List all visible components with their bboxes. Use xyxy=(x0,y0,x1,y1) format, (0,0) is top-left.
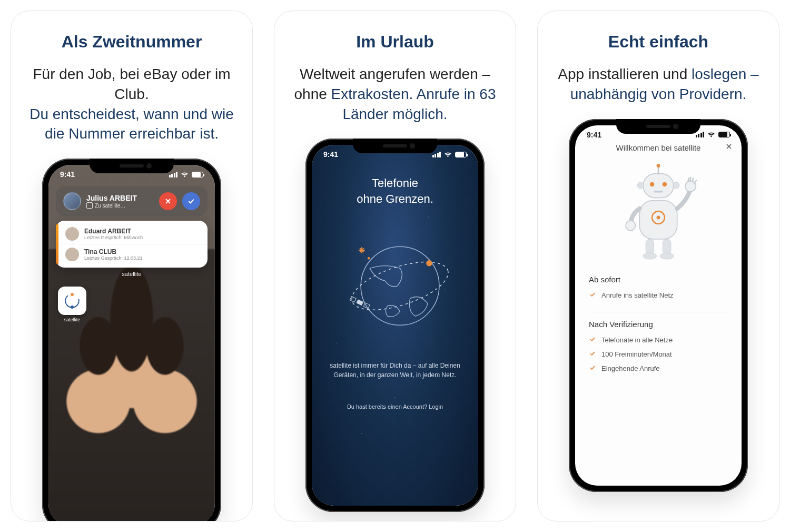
svg-point-5 xyxy=(426,260,432,266)
screenshot-card-3: Echt einfach App installieren und losleg… xyxy=(537,11,779,521)
caller-avatar xyxy=(63,192,81,210)
svg-point-17 xyxy=(650,182,655,186)
card-description: Weltweit angerufen werden – ohne Extrako… xyxy=(287,64,503,124)
svg-point-30 xyxy=(660,253,674,259)
incoming-call-banner[interactable]: Julius ARBEIT Zu satellite… xyxy=(56,186,208,216)
check-icon xyxy=(589,336,596,344)
signal-icon xyxy=(432,152,441,157)
card-title: Als Zweitnummer xyxy=(62,32,202,52)
phone-mockup: 9:41 Telefonie ohne Grenzen. xyxy=(305,139,485,511)
recent-call-row[interactable]: Tina CLUB Letztes Gespräch: 12.03.21 xyxy=(56,244,208,264)
desc-plain: Für den Job, bei eBay oder im Club. xyxy=(33,66,230,102)
svg-point-3 xyxy=(361,247,439,325)
check-icon xyxy=(187,197,195,205)
widget-label: satellite xyxy=(48,271,215,277)
contact-avatar xyxy=(65,248,79,261)
svg-point-13 xyxy=(368,257,370,260)
svg-rect-22 xyxy=(639,200,677,239)
feature-row: Telefonate in alle Netze xyxy=(589,333,728,347)
status-time: 9:41 xyxy=(323,150,338,159)
phone-notch xyxy=(90,159,174,173)
check-icon xyxy=(589,350,596,359)
satellite-logo-icon xyxy=(63,292,81,310)
svg-rect-27 xyxy=(646,239,654,254)
feature-section-heading: Nach Verifizierung xyxy=(589,312,728,329)
caller-name: Julius ARBEIT xyxy=(86,194,154,202)
svg-point-4 xyxy=(347,252,450,320)
status-time: 9:41 xyxy=(60,170,75,179)
recent-calls-widget[interactable]: Eduard ARBEIT Letztes Gespräch: Mittwoch… xyxy=(56,221,208,268)
wifi-icon xyxy=(444,152,452,157)
recent-call-row[interactable]: Eduard ARBEIT Letztes Gespräch: Mittwoch xyxy=(56,224,208,244)
decline-call-button[interactable] xyxy=(159,192,177,210)
battery-icon xyxy=(192,172,203,178)
card-title: Echt einfach xyxy=(608,32,708,52)
card-description: App installieren und loslegen – unabhäng… xyxy=(550,64,766,104)
screenshot-card-2: Im Urlaub Weltweit angerufen werden – oh… xyxy=(274,11,516,521)
card-title: Im Urlaub xyxy=(356,32,434,52)
check-icon xyxy=(589,291,596,300)
contact-name: Tina CLUB xyxy=(84,248,143,255)
contact-subtitle: Letztes Gespräch: Mittwoch xyxy=(84,235,143,240)
contact-avatar xyxy=(65,227,79,241)
svg-point-18 xyxy=(663,182,667,186)
feature-row: Eingehende Anrufe xyxy=(589,361,728,376)
svg-rect-7 xyxy=(350,297,356,302)
feature-label: Eingehende Anrufe xyxy=(601,364,660,372)
screenshot-card-1: Als Zweitnummer Für den Job, bei eBay od… xyxy=(11,11,253,521)
svg-point-29 xyxy=(643,253,657,259)
globe-illustration xyxy=(312,228,478,339)
satellite-app-icon[interactable] xyxy=(58,287,86,315)
feature-label: Telefonate in alle Netze xyxy=(601,336,673,344)
onboarding-title: Telefonie ohne Grenzen. xyxy=(312,175,478,206)
welcome-header: Willkommen bei satellite xyxy=(575,141,742,157)
check-icon xyxy=(589,364,596,373)
feature-row: Anrufe ins satellite Netz xyxy=(589,288,728,302)
svg-point-2 xyxy=(71,306,74,309)
feature-row: 100 Freiminuten/Monat xyxy=(589,347,728,361)
svg-rect-28 xyxy=(663,239,671,254)
desc-plain: App installieren und xyxy=(558,66,687,82)
feature-section-heading: Ab sofort xyxy=(589,275,728,284)
onboarding-description: satellite ist immer für Dich da – auf al… xyxy=(312,361,478,380)
phone-notch xyxy=(616,119,700,134)
svg-rect-19 xyxy=(654,191,663,192)
wifi-icon xyxy=(707,132,715,137)
svg-rect-8 xyxy=(363,303,370,309)
wifi-icon xyxy=(181,172,189,178)
svg-point-26 xyxy=(626,221,636,231)
battery-icon xyxy=(718,132,730,137)
svg-point-21 xyxy=(673,182,679,188)
battery-icon xyxy=(455,152,467,157)
app-icon-label: satellite xyxy=(58,317,86,322)
card-description: Für den Job, bei eBay oder im Club. Du e… xyxy=(24,64,240,144)
contact-name: Eduard ARBEIT xyxy=(84,228,143,235)
contact-subtitle: Letztes Gespräch: 12.03.21 xyxy=(84,255,143,261)
status-time: 9:41 xyxy=(587,131,601,139)
feature-label: 100 Freiminuten/Monat xyxy=(601,350,672,358)
feature-label: Anrufe ins satellite Netz xyxy=(601,291,674,299)
welcome-title: Willkommen bei satellite xyxy=(616,143,701,152)
close-icon xyxy=(164,197,172,205)
login-link[interactable]: Du hast bereits einen Account? Login xyxy=(312,403,478,410)
phone-notch xyxy=(353,139,437,153)
svg-rect-16 xyxy=(643,173,674,198)
accept-call-button[interactable] xyxy=(182,192,200,210)
svg-point-20 xyxy=(637,182,644,188)
close-icon xyxy=(725,142,733,151)
svg-point-15 xyxy=(657,164,660,168)
status-icons xyxy=(169,172,204,178)
svg-point-1 xyxy=(71,293,74,296)
desc-highlight: Du entscheidest, wann und wie die Nummer… xyxy=(29,106,234,142)
status-icons xyxy=(696,132,730,137)
svg-rect-6 xyxy=(356,299,363,306)
close-button[interactable] xyxy=(725,142,733,153)
svg-point-0 xyxy=(65,294,79,308)
robot-illustration xyxy=(575,157,742,265)
screenshot-gallery: Als Zweitnummer Für den Job, bei eBay od… xyxy=(0,0,790,532)
phone-mockup: 9:41 Julius ARBEIT Zu satellite… xyxy=(42,159,221,521)
call-source: Zu satellite… xyxy=(86,202,154,209)
signal-icon xyxy=(696,132,705,137)
phone-mockup: 9:41 Willkommen bei satellite xyxy=(569,119,748,492)
desc-highlight: Extrakosten. Anrufe in 63 Länder möglich… xyxy=(331,86,496,122)
